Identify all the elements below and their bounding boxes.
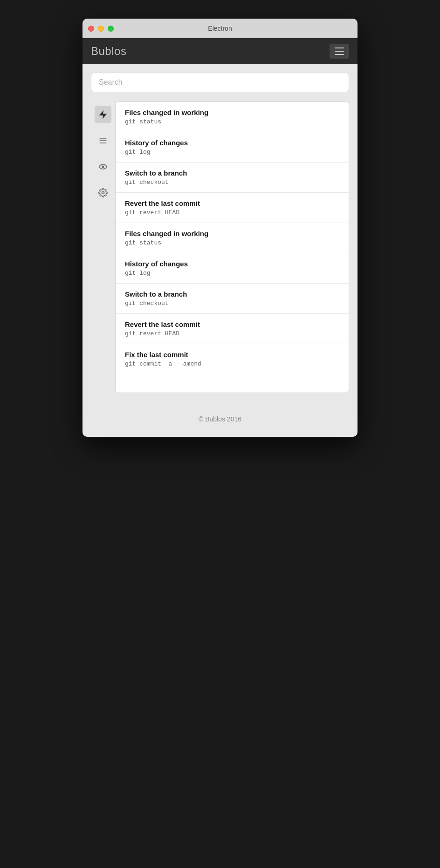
item-title: Fix the last commit	[125, 351, 339, 359]
sidebar-item-list[interactable]	[95, 132, 111, 149]
item-title: Revert the last commit	[125, 199, 339, 207]
app-header: Bublos	[82, 38, 358, 64]
maximize-button[interactable]	[108, 26, 114, 32]
item-title: History of changes	[125, 139, 339, 147]
item-title: History of changes	[125, 260, 339, 268]
list-icon	[98, 136, 108, 145]
item-command: git revert HEAD	[125, 209, 339, 216]
item-command: git status	[125, 118, 339, 125]
sidebar	[91, 102, 115, 393]
list-item[interactable]: Revert the last commitgit revert HEAD	[116, 193, 349, 223]
item-command: git commit -a --amend	[125, 360, 339, 367]
list-item[interactable]: Switch to a branchgit checkout	[116, 163, 349, 193]
bolt-icon	[98, 109, 108, 120]
item-command: git revert HEAD	[125, 330, 339, 337]
sidebar-item-bolt[interactable]	[95, 106, 111, 123]
list-item[interactable]: Files changed in workinggit status	[116, 102, 349, 132]
item-command: git checkout	[125, 300, 339, 307]
footer: © Bublos 2016	[82, 401, 358, 437]
titlebar: Electron	[82, 19, 358, 38]
item-command: git checkout	[125, 179, 339, 186]
list-item[interactable]: Files changed in workinggit status	[116, 223, 349, 253]
traffic-lights	[88, 26, 114, 32]
sidebar-item-eye[interactable]	[95, 158, 111, 175]
item-command: git log	[125, 149, 339, 156]
menu-line-2	[335, 51, 344, 52]
menu-button[interactable]	[330, 44, 349, 59]
item-title: Files changed in working	[125, 108, 339, 116]
list-panel: Files changed in workinggit statusHistor…	[115, 102, 349, 393]
search-input[interactable]	[91, 73, 349, 92]
svg-rect-1	[100, 140, 107, 141]
list-item[interactable]: History of changesgit log	[116, 132, 349, 163]
item-title: Files changed in working	[125, 230, 339, 237]
window-title: Electron	[208, 25, 232, 32]
item-title: Switch to a branch	[125, 169, 339, 177]
menu-line-1	[335, 47, 344, 48]
item-title: Revert the last commit	[125, 320, 339, 328]
list-item[interactable]: Switch to a branchgit checkout	[116, 284, 349, 314]
gear-icon	[98, 188, 108, 197]
item-command: git status	[125, 239, 339, 246]
menu-line-3	[335, 54, 344, 55]
minimize-button[interactable]	[98, 26, 104, 32]
item-title: Switch to a branch	[125, 290, 339, 298]
app-title: Bublos	[91, 45, 126, 58]
list-item[interactable]: Revert the last commitgit revert HEAD	[116, 314, 349, 344]
list-item[interactable]: History of changesgit log	[116, 253, 349, 284]
app-body: Files changed in workinggit statusHistor…	[82, 64, 358, 437]
svg-rect-0	[100, 138, 107, 139]
svg-rect-2	[100, 142, 107, 143]
eye-icon	[98, 162, 108, 171]
app-window: Electron Bublos	[82, 19, 358, 437]
item-command: git log	[125, 270, 339, 277]
close-button[interactable]	[88, 26, 94, 32]
content-area: Files changed in workinggit statusHistor…	[82, 97, 358, 401]
list-item[interactable]: Fix the last commitgit commit -a --amend	[116, 344, 349, 374]
sidebar-item-gear[interactable]	[95, 184, 111, 201]
footer-text: © Bublos 2016	[199, 415, 241, 423]
search-container	[82, 64, 358, 97]
svg-point-5	[102, 192, 104, 194]
svg-point-4	[102, 166, 104, 168]
